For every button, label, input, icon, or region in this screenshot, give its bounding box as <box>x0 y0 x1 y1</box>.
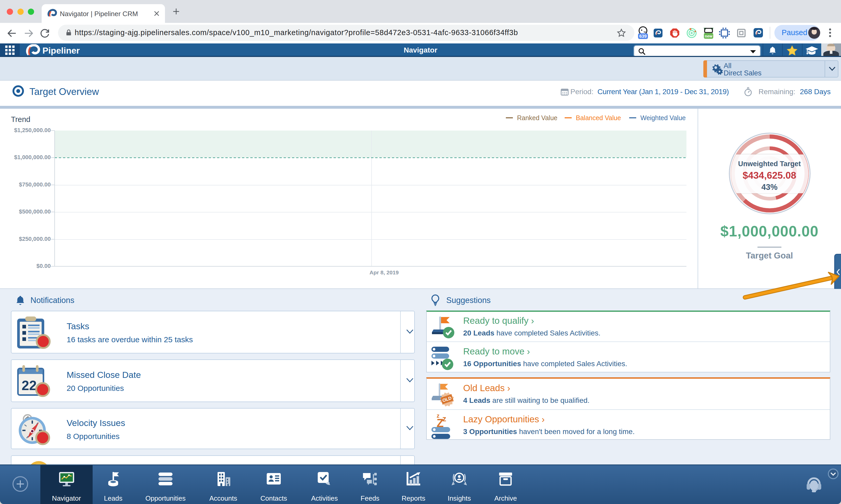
svg-text:639: 639 <box>639 34 647 39</box>
svg-text:z: z <box>437 412 439 419</box>
svg-text:z: z <box>442 414 446 423</box>
svg-text:new: new <box>705 34 713 38</box>
svg-text:22: 22 <box>22 378 37 393</box>
